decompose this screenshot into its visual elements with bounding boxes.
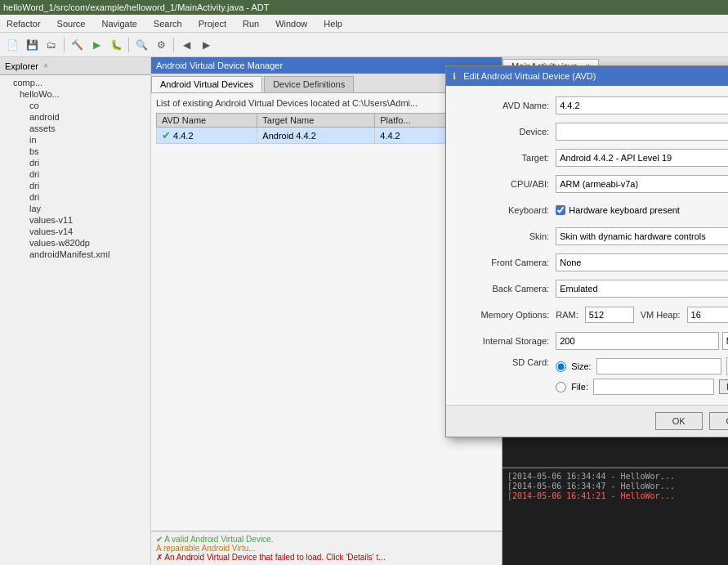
target-select[interactable]: Android 4.4.2 - API Level 19 ▼	[556, 149, 728, 167]
sdcard-size-input[interactable]	[596, 358, 721, 374]
tree-item-11[interactable]: lay	[0, 203, 150, 214]
target-row: Target: Android 4.4.2 - API Level 19 ▼	[459, 148, 728, 168]
sdcard-browse-button[interactable]: Browse...	[719, 379, 728, 394]
log-panel: [2014-05-06 16:34:44 - HelloWor... [2014…	[502, 467, 728, 565]
tree-item-5[interactable]: in	[0, 134, 150, 146]
tree-item-9[interactable]: dri	[0, 180, 150, 191]
tree-item-1[interactable]: helloWo...	[0, 88, 150, 100]
back-camera-select[interactable]: Emulated ▼	[556, 280, 728, 298]
tab-android-virtual-devices[interactable]: Android Virtual Devices	[151, 76, 262, 92]
sdcard-row: SD Card: Size: MiB ▼	[459, 357, 728, 395]
title-bar: helloWord_1/src/com/example/helloword_1/…	[0, 0, 728, 15]
target-value: Android 4.4.2 - API Level 19	[560, 153, 672, 163]
menu-navigate[interactable]: Navigate	[98, 17, 140, 30]
front-camera-select[interactable]: None ▼	[556, 253, 728, 271]
check-icon: ✔	[162, 129, 171, 141]
toolbar-sep-2	[128, 38, 129, 52]
cpu-abi-select[interactable]: ARM (armeabi-v7a) ▼	[556, 175, 728, 193]
col-platform: Platfo...	[375, 114, 450, 128]
sdcard-label: SD Card:	[459, 357, 549, 367]
skin-value: Skin with dynamic hardware controls	[560, 231, 706, 241]
skin-label: Skin:	[459, 231, 549, 241]
cell-target: Android 4.4.2	[257, 128, 375, 144]
vmheap-input[interactable]	[687, 307, 728, 323]
ram-input[interactable]	[585, 307, 634, 323]
tree-item-14[interactable]: values-w820dp	[0, 237, 150, 249]
menu-run[interactable]: Run	[239, 17, 262, 30]
explorer-close[interactable]: ×	[43, 61, 48, 70]
toolbar-forward-btn[interactable]: ▶	[197, 36, 215, 54]
sdcard-file-radio[interactable]	[556, 382, 566, 392]
tree-item-0[interactable]: comp...	[0, 77, 150, 88]
avd-name-input[interactable]	[556, 96, 728, 114]
device-select[interactable]: ▼	[556, 123, 728, 141]
keyboard-checkbox[interactable]	[556, 205, 565, 215]
col-avdname: AVD Name	[157, 114, 257, 128]
sdcard-size-row: Size: MiB ▼	[556, 357, 728, 375]
sdcard-file-input[interactable]	[593, 379, 714, 395]
toolbar-new-btn[interactable]: 📄	[3, 36, 21, 54]
sdcard-size-radio[interactable]	[556, 361, 566, 372]
toolbar-search-btn[interactable]: 🔍	[132, 36, 150, 54]
tree-item-2[interactable]: co	[0, 100, 150, 111]
tree-item-8[interactable]: dri	[0, 168, 150, 180]
tree-item-10[interactable]: dri	[0, 191, 150, 203]
avd-name-row: AVD Name:	[459, 96, 728, 115]
tree-item-7[interactable]: dri	[0, 157, 150, 168]
device-row: Device: ▼	[459, 122, 728, 141]
menu-source[interactable]: Source	[54, 17, 89, 30]
toolbar-back-btn[interactable]: ◀	[177, 36, 195, 54]
storage-unit-select[interactable]: MiB ▼	[722, 332, 728, 350]
menu-search[interactable]: Search	[150, 17, 185, 30]
avd-name-label: AVD Name:	[459, 101, 549, 110]
toolbar-save-all-btn[interactable]: 🗂	[42, 36, 60, 54]
keyboard-row: Keyboard: Hardware keyboard present	[459, 200, 728, 220]
tree-item-13[interactable]: values-v14	[0, 226, 150, 237]
tree-item-3[interactable]: android	[0, 111, 150, 123]
cell-platform: 4.4.2	[375, 128, 450, 144]
cpu-abi-value: ARM (armeabi-v7a)	[560, 179, 638, 189]
tree-item-12[interactable]: values-v11	[0, 214, 150, 226]
tree-item-15[interactable]: androidManifest.xml	[0, 249, 150, 260]
avd-status: ✔ A valid Android Virtual Device. A repa…	[151, 531, 502, 565]
back-camera-value: Emulated	[560, 284, 597, 294]
menu-project[interactable]: Project	[195, 17, 230, 30]
toolbar-save-btn[interactable]: 💾	[23, 36, 41, 54]
skin-row: Skin: Skin with dynamic hardware control…	[459, 226, 728, 246]
status-ok: ✔ A valid Android Virtual Device.	[156, 535, 497, 544]
log-line-2: [2014-05-06 16:41:21 - HelloWor...	[507, 491, 723, 500]
toolbar-settings-btn[interactable]: ⚙	[152, 36, 170, 54]
modal-title-bar: ℹ Edit Android Virtual Device (AVD) ×	[446, 66, 728, 86]
main-layout: Explorer × comp... helloWo... co android…	[0, 57, 728, 565]
device-label: Device:	[459, 127, 549, 137]
tree-item-6[interactable]: bs	[0, 146, 150, 157]
keyboard-checkbox-label: Hardware keyboard present	[569, 205, 680, 215]
cell-check: ✔ 4.4.2	[157, 128, 257, 144]
memory-inputs: RAM: VM Heap:	[556, 307, 728, 323]
sdcard-section: Size: MiB ▼ File:	[556, 357, 728, 395]
avd-name-field[interactable]	[560, 101, 728, 110]
status-warn: A repairable Android Virtu...	[156, 544, 497, 553]
tree-item-4[interactable]: assets	[0, 123, 150, 134]
modal-footer: OK Cancel	[446, 405, 728, 437]
tab-device-definitions[interactable]: Device Definitions	[264, 76, 354, 92]
modal-body: AVD Name: Device: ▼	[446, 86, 728, 405]
toolbar-build-btn[interactable]: 🔨	[68, 36, 86, 54]
toolbar-run-btn[interactable]: ▶	[87, 36, 105, 54]
menu-window[interactable]: Window	[272, 17, 310, 30]
modal-title-text: ℹ Edit Android Virtual Device (AVD)	[453, 71, 596, 82]
toolbar-debug-btn[interactable]: 🐛	[107, 36, 125, 54]
internal-storage-label: Internal Storage:	[459, 336, 549, 346]
menu-refactor[interactable]: Refactor	[3, 17, 44, 30]
front-camera-value: None	[560, 258, 581, 267]
cancel-button[interactable]: Cancel	[709, 412, 728, 430]
keyboard-checkbox-row: Hardware keyboard present	[556, 205, 680, 215]
menu-help[interactable]: Help	[320, 17, 346, 30]
status-err: ✗ An Android Virtual Device that failed …	[156, 553, 497, 562]
cpu-abi-label: CPU/ABI:	[459, 179, 549, 189]
skin-select[interactable]: Skin with dynamic hardware controls ▼	[556, 227, 728, 245]
storage-input[interactable]	[556, 332, 719, 350]
explorer-label: Explorer	[5, 61, 38, 71]
ok-button[interactable]: OK	[655, 412, 703, 430]
back-camera-row: Back Camera: Emulated ▼	[459, 279, 728, 298]
